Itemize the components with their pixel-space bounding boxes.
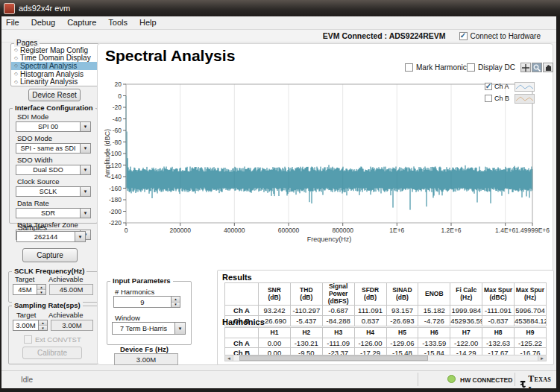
sidebar-item-register-map-config[interactable]: ◇Register Map Config bbox=[11, 46, 98, 54]
sidebar-item-linearity-analysis[interactable]: ◇Linearity Analysis bbox=[11, 78, 98, 86]
svg-text:600000: 600000 bbox=[278, 227, 300, 234]
legend-row-ch-b: Ch B bbox=[485, 92, 535, 104]
table-row: Ch A0.00-130.21-111.09-126.00-129.06-133… bbox=[225, 338, 547, 348]
mark-harmonics-checkbox[interactable] bbox=[405, 63, 413, 72]
chevron-down-icon[interactable]: ▼ bbox=[80, 209, 90, 218]
pan-hand-icon[interactable] bbox=[543, 63, 553, 72]
legend-checkbox[interactable] bbox=[485, 83, 492, 90]
menu-help[interactable]: Help bbox=[133, 16, 163, 29]
window-titlebar: ads92x4r evm bbox=[0, 0, 560, 16]
table-cell: -132.63 bbox=[482, 338, 515, 348]
status-separator bbox=[515, 373, 515, 386]
clock-source-dropdown[interactable]: SCLK▼ bbox=[16, 186, 91, 197]
svg-text:-180: -180 bbox=[109, 196, 122, 203]
table-cell: -111.09 bbox=[322, 338, 354, 348]
display-dc-label: Display DC bbox=[478, 63, 515, 72]
zoom-icon[interactable] bbox=[532, 63, 542, 72]
svg-text:Frequency(Hz): Frequency(Hz) bbox=[307, 235, 352, 243]
scrollbar-track[interactable] bbox=[233, 355, 538, 361]
column-header: H4 bbox=[354, 328, 386, 338]
table-cell: -125.22 bbox=[515, 338, 547, 348]
sampling-rate-title: Sampling Rate(sps) bbox=[12, 301, 83, 309]
sclk-target-spinner[interactable]: 45M▲▼ bbox=[13, 284, 46, 295]
table-cell: -0.837 bbox=[482, 316, 515, 326]
sidebar-item-spectral-analysis[interactable]: ◇Spectral Analysis bbox=[11, 62, 98, 70]
menu-capture[interactable]: Capture bbox=[61, 16, 102, 29]
column-header: Max Spur (Hz) bbox=[515, 283, 547, 306]
device-fs-field: 3.00M bbox=[114, 353, 178, 365]
display-dc-checkbox[interactable] bbox=[467, 63, 475, 72]
mark-harmonics-label: Mark Harmonics bbox=[416, 63, 471, 72]
legend-swatch[interactable] bbox=[515, 94, 535, 104]
spinner-arrows-icon[interactable]: ▲▼ bbox=[38, 320, 47, 330]
column-header: H6 bbox=[418, 328, 450, 338]
sdo-width-dropdown[interactable]: Dual SDO▼ bbox=[16, 165, 91, 175]
column-header: SINAD (dB) bbox=[386, 283, 418, 306]
scroll-right-icon[interactable]: ► bbox=[538, 355, 546, 361]
table-corner-cell bbox=[225, 283, 259, 306]
chevron-down-icon[interactable]: ▼ bbox=[174, 323, 185, 334]
harmonics-title: Harmonics bbox=[222, 317, 265, 326]
calibrate-button[interactable]: Calibrate bbox=[22, 347, 82, 359]
window-edge-left bbox=[0, 16, 1, 388]
results-title: Results bbox=[222, 273, 252, 282]
sampling-target-spinner[interactable]: 3.00M▲▼ bbox=[13, 320, 48, 331]
chevron-down-icon[interactable]: ▼ bbox=[80, 122, 90, 131]
sdi-mode-dropdown[interactable]: SPI 00▼ bbox=[16, 121, 91, 132]
chevron-down-icon[interactable]: ▼ bbox=[80, 144, 90, 153]
legend-label: Ch B bbox=[494, 95, 512, 102]
ext-convtst-checkbox[interactable] bbox=[24, 335, 32, 344]
samples-dropdown[interactable]: 262144▼ bbox=[16, 231, 86, 242]
config-field: Data RateSDR▼ bbox=[16, 199, 91, 218]
harmonics-scrollbar[interactable]: ◄ ► bbox=[224, 355, 547, 361]
device-reset-button[interactable]: Device Reset bbox=[28, 89, 81, 101]
capture-button[interactable]: Capture bbox=[22, 248, 78, 262]
sclk-achievable-label: Achievable bbox=[48, 275, 83, 283]
scroll-left-icon[interactable]: ◄ bbox=[225, 355, 233, 361]
data-rate-dropdown[interactable]: SDR▼ bbox=[16, 208, 91, 218]
table-cell: 0.837 bbox=[354, 316, 386, 326]
sidebar-item-time-domain-display[interactable]: ◇Time Domain Display bbox=[11, 54, 98, 63]
legend-checkbox[interactable] bbox=[485, 95, 492, 102]
menu-tools[interactable]: Tools bbox=[102, 16, 133, 29]
svg-text:-160: -160 bbox=[109, 185, 122, 192]
display-dc-row: Display DC bbox=[467, 63, 515, 72]
chevron-down-icon[interactable]: ▼ bbox=[80, 187, 90, 196]
column-header: ENOB bbox=[418, 283, 450, 306]
input-parameters-title: Input Parameters bbox=[110, 276, 173, 285]
spinner-arrows-icon[interactable]: ▲▼ bbox=[37, 285, 45, 294]
evm-status-bar: EVM Connected : ADS9224REVM Connect to H… bbox=[0, 30, 560, 42]
sampling-achievable-label: Achievable bbox=[48, 311, 83, 319]
connect-to-hardware-checkbox[interactable] bbox=[459, 32, 468, 40]
dropdown-value: SCLK bbox=[16, 187, 80, 196]
menu-file[interactable]: File bbox=[0, 16, 25, 29]
window-dropdown[interactable]: 7 Term B-Harris▼ bbox=[112, 322, 186, 335]
svg-text:800000: 800000 bbox=[333, 227, 354, 234]
column-header: H7 bbox=[450, 328, 482, 338]
sidebar-item-histogram-analysis[interactable]: ◇Histogram Analysis bbox=[11, 70, 98, 78]
config-field-label: SDO Mode bbox=[17, 134, 91, 142]
diamond-icon: ◇ bbox=[14, 47, 18, 53]
mark-harmonics-row: Mark Harmonics bbox=[405, 63, 471, 72]
svg-text:1.4E+6: 1.4E+6 bbox=[495, 227, 515, 234]
window-label: Window bbox=[115, 314, 140, 322]
row-header: Ch A bbox=[225, 338, 259, 348]
crosshair-icon[interactable] bbox=[520, 63, 531, 72]
menu-debug[interactable]: Debug bbox=[25, 16, 61, 29]
dropdown-value: SPI 00 bbox=[16, 122, 80, 131]
sdo-mode-dropdown[interactable]: SPI - same as SDI▼ bbox=[16, 143, 91, 154]
table-cell: -133.59 bbox=[418, 338, 450, 348]
config-field: SDO WidthDual SDO▼ bbox=[16, 156, 91, 175]
chevron-down-icon[interactable]: ▼ bbox=[80, 165, 90, 174]
num-harmonics-spinner[interactable]: 9▲▼ bbox=[113, 296, 180, 308]
legend-swatch[interactable] bbox=[515, 82, 535, 92]
config-field: SDO ModeSPI - same as SDI▼ bbox=[16, 134, 91, 154]
svg-text:-200: -200 bbox=[109, 208, 122, 215]
spinner-arrows-icon[interactable]: ▲▼ bbox=[171, 297, 180, 307]
chevron-down-icon[interactable]: ▼ bbox=[75, 232, 85, 241]
evm-status-text: EVM Connected : ADS9224REVM bbox=[323, 31, 446, 40]
graph-toolbar bbox=[520, 63, 553, 72]
table-cell: -0.687 bbox=[322, 306, 354, 316]
scrollbar-thumb[interactable] bbox=[239, 355, 428, 361]
ext-convtst-row: Ext CONVTST bbox=[24, 335, 81, 344]
